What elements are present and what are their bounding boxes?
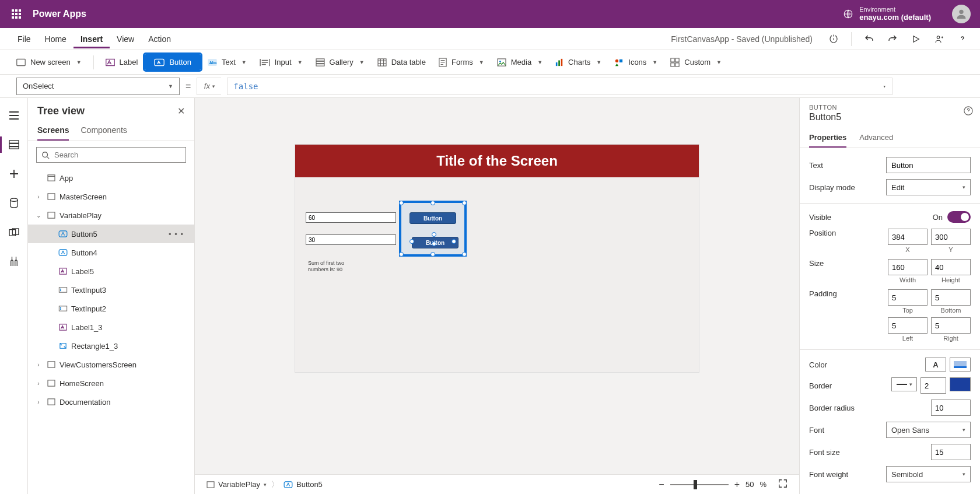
gallery-button[interactable]: Gallery ▼ [310,54,370,70]
prop-y-input[interactable] [931,229,971,245]
resize-handle[interactable] [462,201,467,205]
property-selector[interactable]: OnSelect ▼ [16,78,180,95]
resize-handle[interactable] [452,239,456,244]
forms-button[interactable]: Forms ▼ [433,54,490,71]
prop-font-color-swatch[interactable]: A [925,358,946,372]
prop-pad-bottom-input[interactable] [931,289,971,306]
prop-border-style-select[interactable]: ▾ [891,377,917,391]
resize-handle[interactable] [430,201,435,205]
resize-handle[interactable] [410,239,414,244]
tree-item-viewcustomersscreen[interactable]: › ViewCustomersScreen [28,355,194,374]
custom-button[interactable]: Custom ▼ [664,54,727,71]
tree-item-rectangle1-3[interactable]: Rectangle1_3 [28,337,194,355]
resize-handle[interactable] [430,252,435,257]
canvas-area[interactable]: Title of the Screen Button Button [195,98,799,474]
prop-fill-color-swatch[interactable] [950,358,971,372]
fit-to-screen-button[interactable] [778,479,788,490]
canvas-textinput2[interactable] [306,212,396,223]
charts-button[interactable]: Charts ▼ [550,54,607,70]
hamburger-button[interactable] [2,104,26,127]
prop-pad-right-input[interactable] [931,317,971,334]
expand-icon[interactable]: › [34,194,43,200]
app-launcher-button[interactable] [5,2,28,26]
tree-item-button5[interactable]: Button5 • • • [28,225,194,243]
resize-handle[interactable] [432,241,436,246]
search-field[interactable] [54,150,181,159]
menu-view[interactable]: View [110,30,141,48]
help-icon[interactable] [964,106,973,117]
expand-icon[interactable]: › [34,399,43,405]
prop-displaymode-select[interactable]: Edit ▾ [886,179,971,195]
tree-view-nav-button[interactable] [2,133,26,156]
play-button[interactable] [905,29,926,50]
new-screen-button[interactable]: New screen ▼ [10,54,88,70]
tree-item-homescreen[interactable]: › HomeScreen [28,374,194,393]
prop-border-width-input[interactable] [921,377,946,394]
zoom-out-button[interactable]: − [659,479,664,490]
help-button[interactable] [952,29,973,50]
prop-visible-toggle[interactable] [947,211,971,223]
tab-screens[interactable]: Screens [37,121,69,141]
close-tree-button[interactable]: ✕ [177,106,185,117]
breadcrumb-screen[interactable]: VariablePlay ▾ [206,480,267,489]
fx-expand-button[interactable]: fx ▾ [197,78,221,95]
canvas-screen[interactable]: Title of the Screen Button Button [295,145,699,372]
zoom-slider-thumb[interactable] [694,480,697,489]
button-control-button[interactable]: Button [145,54,201,70]
prop-width-input[interactable] [888,259,928,275]
prop-border-color-swatch[interactable] [950,377,971,391]
insert-nav-button[interactable] [2,162,26,185]
tree-item-documentation[interactable]: › Documentation [28,393,194,411]
tree-item-label1-3[interactable]: Label1_3 [28,318,194,337]
zoom-slider-track[interactable] [670,484,729,485]
tab-advanced[interactable]: Advanced [859,128,893,148]
resize-handle[interactable] [432,232,436,237]
menu-insert[interactable]: Insert [74,30,110,48]
icons-button[interactable]: Icons ▼ [608,54,663,70]
tree-item-textinput3[interactable]: TextInput3 [28,281,194,299]
tree-item-label5[interactable]: Label5 [28,262,194,281]
tree-search-input[interactable] [36,147,186,163]
more-options-button[interactable]: • • • [169,230,184,239]
prop-pad-left-input[interactable] [888,317,928,334]
breadcrumb-element[interactable]: Button5 [284,480,323,489]
undo-button[interactable] [859,29,880,50]
zoom-in-button[interactable]: + [734,479,740,490]
menu-home[interactable]: Home [38,30,74,48]
prop-font-weight-select[interactable]: Semibold ▾ [886,466,971,482]
expand-icon[interactable]: › [34,380,43,387]
resize-handle[interactable] [399,201,404,205]
tree-item-textinput2[interactable]: TextInput2 [28,299,194,318]
canvas-sum-label[interactable]: Sum of first two numbers is: 90 [308,260,344,273]
media-button[interactable]: Media ▼ [491,54,548,70]
expand-icon[interactable]: › [34,362,43,368]
user-avatar[interactable] [952,5,971,23]
prop-height-input[interactable] [931,259,971,275]
resize-handle[interactable] [399,252,404,257]
tree-item-masterscreen[interactable]: › MasterScreen [28,187,194,206]
tab-properties[interactable]: Properties [809,128,846,148]
environment-picker[interactable]: Environment enayu.com (default) [843,6,931,22]
data-table-button[interactable]: Data table [372,54,432,70]
prop-text-input[interactable] [886,157,971,173]
prop-pad-top-input[interactable] [888,289,928,306]
tree-item-button4[interactable]: Button4 [28,243,194,262]
redo-button[interactable] [882,29,903,50]
label-button[interactable]: Label [100,54,144,70]
data-nav-button[interactable] [2,191,26,215]
prop-font-select[interactable]: Open Sans ▾ [886,422,971,438]
collapse-icon[interactable]: ⌄ [34,212,43,219]
tab-components[interactable]: Components [80,121,127,141]
canvas-screen-title[interactable]: Title of the Screen [295,145,699,177]
resize-handle[interactable] [462,252,467,257]
menu-file[interactable]: File [10,30,38,48]
tree-item-variableplay[interactable]: ⌄ VariablePlay [28,206,194,225]
prop-font-size-input[interactable] [931,444,971,460]
text-button[interactable]: Abc Text ▼ [202,54,253,70]
tools-nav-button[interactable] [2,250,26,273]
share-button[interactable] [929,29,950,50]
input-button[interactable]: Input ▼ [254,54,309,70]
canvas-textinput3[interactable] [306,234,396,245]
tree-item-app[interactable]: App [28,169,194,187]
prop-x-input[interactable] [888,229,928,245]
